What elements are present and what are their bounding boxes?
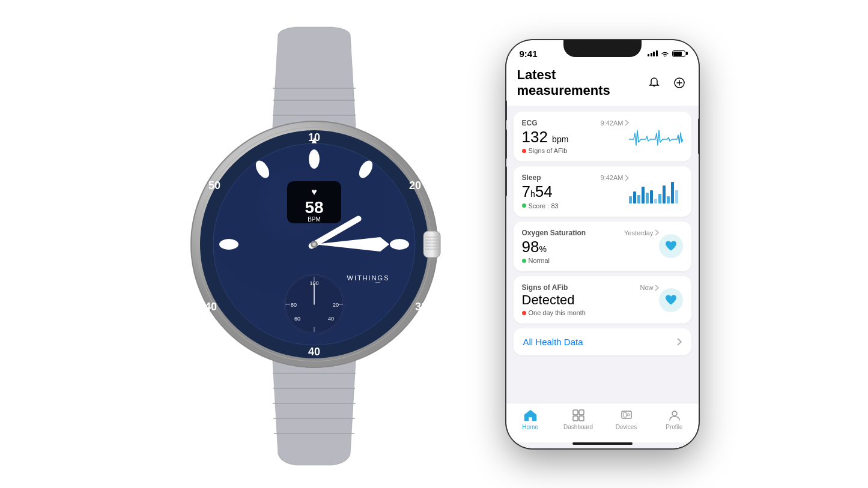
afib-label-row: Signs of AFib Now <box>522 283 659 292</box>
svg-text:40: 40 <box>204 301 216 313</box>
app-title: Latest measurements <box>517 67 646 98</box>
svg-text:40: 40 <box>308 346 320 358</box>
sleep-time: 9:42AM <box>601 174 629 181</box>
afib-heart-icon <box>664 294 678 306</box>
status-time: 9:41 <box>520 49 538 59</box>
profile-icon <box>667 408 682 423</box>
sleep-value: 7h54 <box>522 183 629 200</box>
svg-text:40: 40 <box>327 316 333 322</box>
svg-text:50: 50 <box>208 179 220 191</box>
afib-card-left: Signs of AFib Now Detected One day this … <box>522 283 659 316</box>
ecg-label: ECG <box>522 119 538 127</box>
svg-text:♥: ♥ <box>311 187 317 197</box>
afib-label: Signs of AFib <box>522 283 568 292</box>
svg-text:BPM: BPM <box>308 216 321 223</box>
oxygen-card-left: Oxygen Saturation Yesterday 98% Normal <box>522 229 659 265</box>
sleep-status-dot <box>522 203 526 208</box>
tab-profile[interactable]: Profile <box>658 408 691 430</box>
ecg-value: 132 bpm <box>522 128 629 146</box>
home-indicator <box>506 442 699 448</box>
svg-point-42 <box>309 149 320 169</box>
ecg-time: 9:42AM <box>601 119 629 127</box>
phone-button-left2 <box>506 129 507 159</box>
watch-container: 10 20 30 40 40 50 <box>170 16 458 472</box>
svg-text:20: 20 <box>408 179 420 191</box>
all-health-label: All Health Data <box>523 337 583 347</box>
oxygen-time: Yesterday <box>624 229 659 236</box>
watch-svg: 10 20 30 40 40 50 <box>176 22 452 466</box>
sleep-chevron-icon <box>625 175 629 181</box>
sleep-sub: Score : 83 <box>522 202 629 209</box>
bell-button[interactable] <box>646 74 663 91</box>
app-header: Latest measurements <box>506 62 699 106</box>
svg-rect-61 <box>624 412 627 417</box>
oxygen-heart-icon <box>664 240 678 252</box>
tab-bar: Home Dashboard <box>506 403 699 442</box>
phone-button-left3 <box>506 166 507 196</box>
status-icons <box>648 50 685 57</box>
svg-text:WITHINGS: WITHINGS <box>347 274 389 282</box>
svg-text:20: 20 <box>332 302 338 308</box>
svg-point-63 <box>672 411 677 416</box>
ecg-card-left: ECG 9:42AM 132 bpm Signs of AFib <box>522 119 629 155</box>
all-health-data-row[interactable]: All Health Data <box>514 328 691 355</box>
oxygen-label: Oxygen Saturation <box>522 229 586 237</box>
afib-sub: One day this month <box>522 309 659 316</box>
afib-heart-circle <box>659 288 683 312</box>
sleep-sub-text: Score : 83 <box>529 202 559 209</box>
oxygen-heart-circle <box>659 234 683 258</box>
app-content: ECG 9:42AM 132 bpm Signs of AFib <box>506 106 699 403</box>
svg-text:80: 80 <box>290 302 296 308</box>
oxygen-status-dot <box>522 259 526 263</box>
sleep-chart <box>629 179 683 203</box>
svg-point-43 <box>390 239 409 250</box>
signal-bars-icon <box>648 50 658 56</box>
afib-chevron-icon <box>655 285 659 291</box>
sleep-card-left: Sleep 9:42AM 7h54 Score : 83 <box>522 173 629 209</box>
phone-screen: 9:41 <box>506 40 699 448</box>
home-icon <box>523 408 538 423</box>
bell-icon <box>648 77 660 89</box>
oxygen-sub-text: Normal <box>529 257 550 264</box>
svg-text:30: 30 <box>414 301 426 313</box>
tab-home-label: Home <box>522 424 538 430</box>
oxygen-sub: Normal <box>522 257 659 264</box>
afib-value: Detected <box>522 293 659 307</box>
tab-profile-label: Profile <box>666 424 682 430</box>
svg-rect-20 <box>423 231 440 258</box>
svg-rect-58 <box>573 416 578 421</box>
svg-rect-59 <box>579 416 584 421</box>
tab-home[interactable]: Home <box>514 408 547 430</box>
scene: 10 20 30 40 40 50 <box>0 0 868 488</box>
tab-dashboard[interactable]: Dashboard <box>562 408 595 430</box>
dashboard-icon <box>571 408 586 423</box>
oxygen-card[interactable]: Oxygen Saturation Yesterday 98% Normal <box>514 221 691 272</box>
afib-status-dot <box>522 311 526 315</box>
svg-point-52 <box>312 242 316 246</box>
phone-button-right <box>698 118 699 154</box>
phone-notch <box>563 40 642 57</box>
svg-text:58: 58 <box>305 198 323 217</box>
ecg-chart <box>629 124 683 148</box>
sleep-card[interactable]: Sleep 9:42AM 7h54 Score : 83 <box>514 166 691 217</box>
oxygen-value: 98% <box>522 238 659 256</box>
svg-point-62 <box>627 414 630 416</box>
phone-container: 9:41 <box>506 40 699 448</box>
afib-sub-text: One day this month <box>529 309 586 316</box>
ecg-card[interactable]: ECG 9:42AM 132 bpm Signs of AFib <box>514 112 691 162</box>
header-icons <box>646 74 688 91</box>
svg-text:60: 60 <box>294 316 300 322</box>
svg-rect-56 <box>573 410 578 415</box>
ecg-sub: Signs of AFib <box>522 147 629 154</box>
all-health-chevron-icon <box>677 338 682 346</box>
afib-card[interactable]: Signs of AFib Now Detected One day this … <box>514 276 691 324</box>
wifi-icon <box>661 50 669 57</box>
oxygen-label-row: Oxygen Saturation Yesterday <box>522 229 659 237</box>
ecg-chevron-icon <box>625 119 629 126</box>
svg-point-44 <box>219 239 238 250</box>
afib-time: Now <box>640 284 658 291</box>
tab-devices[interactable]: Devices <box>610 408 643 430</box>
add-button[interactable] <box>671 74 688 91</box>
phone-button-left1 <box>506 100 507 121</box>
home-bar <box>572 442 633 445</box>
